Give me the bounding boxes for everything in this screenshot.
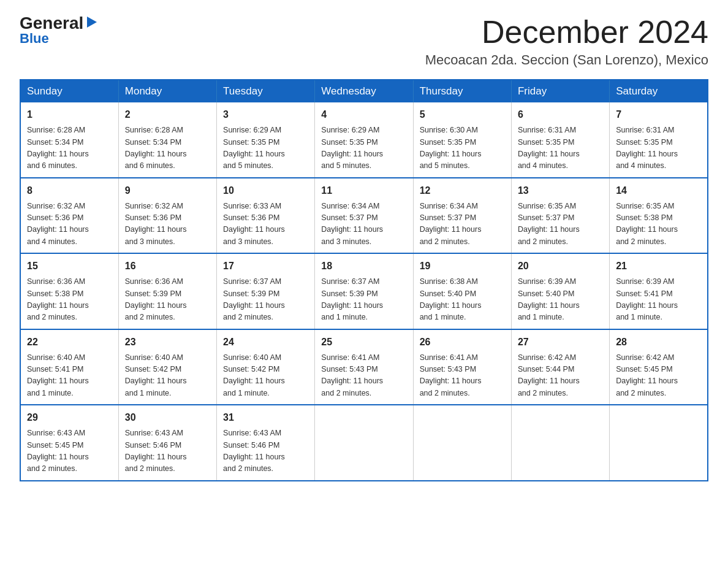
day-info: Sunrise: 6:40 AMSunset: 5:41 PMDaylight:… [27, 352, 112, 400]
day-number: 31 [223, 410, 308, 425]
day-number: 22 [27, 335, 112, 350]
month-title: December 2024 [425, 15, 708, 50]
header-wednesday: Wednesday [315, 80, 413, 102]
logo-blue: Blue [20, 31, 49, 47]
calendar-day-cell: 19Sunrise: 6:38 AMSunset: 5:40 PMDayligh… [413, 253, 511, 329]
day-info: Sunrise: 6:31 AMSunset: 5:35 PMDaylight:… [616, 124, 701, 172]
logo-general: General [20, 15, 83, 32]
day-number: 8 [27, 183, 112, 198]
day-info: Sunrise: 6:39 AMSunset: 5:41 PMDaylight:… [616, 276, 701, 324]
calendar-day-cell: 26Sunrise: 6:41 AMSunset: 5:43 PMDayligh… [413, 329, 511, 405]
day-number: 3 [223, 107, 308, 122]
location-title: Mecoacan 2da. Seccion (San Lorenzo), Mex… [425, 52, 708, 68]
calendar-day-cell: 17Sunrise: 6:37 AMSunset: 5:39 PMDayligh… [217, 253, 315, 329]
calendar-day-cell: 14Sunrise: 6:35 AMSunset: 5:38 PMDayligh… [610, 178, 708, 254]
calendar-empty-cell [413, 405, 511, 481]
day-number: 18 [321, 259, 406, 274]
calendar-day-cell: 25Sunrise: 6:41 AMSunset: 5:43 PMDayligh… [315, 329, 413, 405]
header-thursday: Thursday [413, 80, 511, 102]
calendar-day-cell: 29Sunrise: 6:43 AMSunset: 5:45 PMDayligh… [20, 405, 118, 481]
day-number: 7 [616, 107, 701, 122]
day-number: 16 [125, 259, 210, 274]
header-tuesday: Tuesday [217, 80, 315, 102]
day-number: 19 [420, 259, 505, 274]
calendar-day-cell: 27Sunrise: 6:42 AMSunset: 5:44 PMDayligh… [511, 329, 609, 405]
logo: General Blue [20, 15, 98, 47]
calendar-day-cell: 3Sunrise: 6:29 AMSunset: 5:35 PMDaylight… [217, 102, 315, 178]
calendar-week-row: 29Sunrise: 6:43 AMSunset: 5:45 PMDayligh… [20, 405, 708, 481]
day-info: Sunrise: 6:35 AMSunset: 5:37 PMDaylight:… [518, 201, 603, 248]
calendar-day-cell: 23Sunrise: 6:40 AMSunset: 5:42 PMDayligh… [118, 329, 216, 405]
day-info: Sunrise: 6:43 AMSunset: 5:45 PMDaylight:… [27, 427, 112, 475]
calendar-day-cell: 28Sunrise: 6:42 AMSunset: 5:45 PMDayligh… [610, 329, 708, 405]
calendar-day-cell: 16Sunrise: 6:36 AMSunset: 5:39 PMDayligh… [118, 253, 216, 329]
day-info: Sunrise: 6:41 AMSunset: 5:43 PMDaylight:… [321, 352, 406, 400]
calendar-day-cell: 18Sunrise: 6:37 AMSunset: 5:39 PMDayligh… [315, 253, 413, 329]
day-info: Sunrise: 6:29 AMSunset: 5:35 PMDaylight:… [321, 124, 406, 172]
day-info: Sunrise: 6:42 AMSunset: 5:44 PMDaylight:… [518, 352, 603, 400]
day-info: Sunrise: 6:38 AMSunset: 5:40 PMDaylight:… [420, 276, 505, 324]
calendar-empty-cell [610, 405, 708, 481]
day-number: 15 [27, 259, 112, 274]
day-number: 27 [518, 335, 603, 350]
calendar-day-cell: 11Sunrise: 6:34 AMSunset: 5:37 PMDayligh… [315, 178, 413, 254]
day-info: Sunrise: 6:39 AMSunset: 5:40 PMDaylight:… [518, 276, 603, 324]
day-info: Sunrise: 6:40 AMSunset: 5:42 PMDaylight:… [223, 352, 308, 400]
day-number: 14 [616, 183, 701, 198]
day-number: 13 [518, 183, 603, 198]
day-number: 20 [518, 259, 603, 274]
calendar-week-row: 8Sunrise: 6:32 AMSunset: 5:36 PMDaylight… [20, 178, 708, 254]
day-info: Sunrise: 6:42 AMSunset: 5:45 PMDaylight:… [616, 352, 701, 400]
calendar-day-cell: 22Sunrise: 6:40 AMSunset: 5:41 PMDayligh… [20, 329, 118, 405]
logo-triangle-icon [85, 15, 98, 29]
calendar-week-row: 1Sunrise: 6:28 AMSunset: 5:34 PMDaylight… [20, 102, 708, 178]
day-number: 1 [27, 107, 112, 122]
svg-marker-0 [87, 17, 97, 28]
calendar-day-cell: 10Sunrise: 6:33 AMSunset: 5:36 PMDayligh… [217, 178, 315, 254]
day-number: 17 [223, 259, 308, 274]
day-number: 4 [321, 107, 406, 122]
calendar-day-cell: 30Sunrise: 6:43 AMSunset: 5:46 PMDayligh… [118, 405, 216, 481]
day-info: Sunrise: 6:32 AMSunset: 5:36 PMDaylight:… [125, 201, 210, 248]
calendar-empty-cell [511, 405, 609, 481]
day-number: 24 [223, 335, 308, 350]
header-monday: Monday [118, 80, 216, 102]
day-number: 26 [420, 335, 505, 350]
calendar-day-cell: 2Sunrise: 6:28 AMSunset: 5:34 PMDaylight… [118, 102, 216, 178]
day-number: 25 [321, 335, 406, 350]
day-info: Sunrise: 6:37 AMSunset: 5:39 PMDaylight:… [321, 276, 406, 324]
day-number: 10 [223, 183, 308, 198]
calendar-day-cell: 9Sunrise: 6:32 AMSunset: 5:36 PMDaylight… [118, 178, 216, 254]
day-info: Sunrise: 6:36 AMSunset: 5:38 PMDaylight:… [27, 276, 112, 324]
calendar-day-cell: 15Sunrise: 6:36 AMSunset: 5:38 PMDayligh… [20, 253, 118, 329]
day-number: 6 [518, 107, 603, 122]
calendar-week-row: 15Sunrise: 6:36 AMSunset: 5:38 PMDayligh… [20, 253, 708, 329]
calendar-day-cell: 6Sunrise: 6:31 AMSunset: 5:35 PMDaylight… [511, 102, 609, 178]
calendar-day-cell: 21Sunrise: 6:39 AMSunset: 5:41 PMDayligh… [610, 253, 708, 329]
calendar-day-cell: 1Sunrise: 6:28 AMSunset: 5:34 PMDaylight… [20, 102, 118, 178]
calendar-day-cell: 7Sunrise: 6:31 AMSunset: 5:35 PMDaylight… [610, 102, 708, 178]
day-info: Sunrise: 6:35 AMSunset: 5:38 PMDaylight:… [616, 201, 701, 248]
header-friday: Friday [511, 80, 609, 102]
day-info: Sunrise: 6:32 AMSunset: 5:36 PMDaylight:… [27, 201, 112, 248]
calendar-day-cell: 5Sunrise: 6:30 AMSunset: 5:35 PMDaylight… [413, 102, 511, 178]
day-info: Sunrise: 6:31 AMSunset: 5:35 PMDaylight:… [518, 124, 603, 172]
day-info: Sunrise: 6:36 AMSunset: 5:39 PMDaylight:… [125, 276, 210, 324]
page-header: General Blue December 2024 Mecoacan 2da.… [20, 15, 708, 68]
day-number: 23 [125, 335, 210, 350]
day-number: 29 [27, 410, 112, 425]
day-number: 11 [321, 183, 406, 198]
day-info: Sunrise: 6:43 AMSunset: 5:46 PMDaylight:… [223, 427, 308, 475]
day-number: 9 [125, 183, 210, 198]
day-number: 12 [420, 183, 505, 198]
day-number: 5 [420, 107, 505, 122]
calendar-day-cell: 13Sunrise: 6:35 AMSunset: 5:37 PMDayligh… [511, 178, 609, 254]
day-info: Sunrise: 6:40 AMSunset: 5:42 PMDaylight:… [125, 352, 210, 400]
calendar-empty-cell [315, 405, 413, 481]
header-sunday: Sunday [20, 80, 118, 102]
calendar-day-cell: 20Sunrise: 6:39 AMSunset: 5:40 PMDayligh… [511, 253, 609, 329]
title-area: December 2024 Mecoacan 2da. Seccion (San… [425, 15, 708, 68]
calendar-day-cell: 8Sunrise: 6:32 AMSunset: 5:36 PMDaylight… [20, 178, 118, 254]
day-info: Sunrise: 6:28 AMSunset: 5:34 PMDaylight:… [27, 124, 112, 172]
calendar-week-row: 22Sunrise: 6:40 AMSunset: 5:41 PMDayligh… [20, 329, 708, 405]
